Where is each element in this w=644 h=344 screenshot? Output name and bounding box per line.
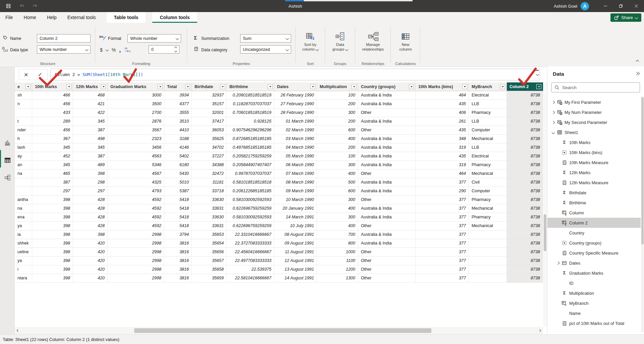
- table-cell[interactable]: LLB: [469, 100, 507, 109]
- table-cell[interactable]: 2700: [108, 109, 164, 117]
- column-filter-dropdown-icon[interactable]: [66, 84, 71, 89]
- table-cell[interactable]: 3500: [108, 100, 164, 109]
- table-cell[interactable]: 1300: [317, 274, 358, 283]
- table-cell[interactable]: 398: [32, 222, 73, 230]
- column-header-multiplication[interactable]: Multiplication: [317, 82, 358, 91]
- column-header-e[interactable]: e: [15, 82, 32, 91]
- table-cell[interactable]: 22.3727083333333: [227, 239, 274, 248]
- column-header-12th-marks[interactable]: 12th Marks: [73, 82, 108, 91]
- chevron-right-icon[interactable]: [555, 262, 561, 264]
- table-cell[interactable]: 300: [317, 109, 358, 117]
- table-cell[interactable]: 01 March 1990: [274, 117, 317, 126]
- manage-relationships-button[interactable]: Manage relationships: [355, 31, 391, 52]
- table-cell[interactable]: 22.3310416666667: [227, 230, 274, 239]
- chevron-down-icon[interactable]: [550, 131, 556, 134]
- table-cell[interactable]: 297: [32, 187, 73, 196]
- table-cell[interactable]: 8738: [507, 196, 543, 204]
- data-pane-item-birthdate[interactable]: ΣBirthdate: [547, 188, 641, 198]
- table-cell[interactable]: 348: [416, 135, 469, 143]
- table-cell[interactable]: 4592: [108, 196, 164, 204]
- tab-file[interactable]: File: [0, 12, 18, 23]
- table-cell[interactable]: 8738: [507, 117, 543, 126]
- table-cell[interactable]: Pharmacy: [469, 109, 507, 117]
- data-pane-item-10th-marks[interactable]: Σ10th Marks: [547, 137, 641, 147]
- table-cell[interactable]: 11 August 1991: [274, 248, 317, 257]
- table-cell[interactable]: 452: [32, 152, 73, 161]
- table-cell[interactable]: 300: [317, 213, 358, 222]
- table-cell[interactable]: 420: [73, 239, 108, 248]
- table-cell[interactable]: 377: [416, 274, 469, 283]
- chevron-right-icon[interactable]: [550, 101, 556, 104]
- new-column-button[interactable]: New column: [391, 31, 420, 52]
- table-cell[interactable]: 10 March 1990: [274, 196, 317, 204]
- table-cell[interactable]: 0.622696759259259: [227, 222, 274, 230]
- table-cell[interactable]: 8738: [507, 91, 543, 100]
- table-cell[interactable]: 8738: [507, 109, 543, 117]
- data-pane-item-mybranch[interactable]: fxMyBranch: [547, 298, 641, 308]
- table-cell[interactable]: 33718: [192, 187, 227, 196]
- data-pane-item-10th-marks-bins[interactable]: 10th Marks (bins): [547, 147, 641, 157]
- column-filter-dropdown-icon[interactable]: [500, 84, 505, 89]
- table-cell[interactable]: 456: [32, 100, 73, 109]
- table-cell[interactable]: lash: [15, 143, 32, 152]
- table-cell[interactable]: Australia & India: [358, 135, 416, 143]
- table-cell[interactable]: 345: [73, 117, 108, 126]
- table-cell[interactable]: 0.622696759259259: [227, 204, 274, 213]
- column-header-birthtime[interactable]: Birthtime: [227, 82, 274, 91]
- tab-table-tools[interactable]: Table tools: [107, 12, 146, 23]
- table-cell[interactable]: 0.907546296296296: [227, 126, 274, 135]
- table-cell[interactable]: 2998: [108, 239, 164, 248]
- table-cell[interactable]: 600: [317, 187, 358, 196]
- table-cell[interactable]: 464: [416, 91, 469, 100]
- table-cell[interactable]: 2998: [108, 230, 164, 239]
- table-cell[interactable]: 400: [317, 169, 358, 178]
- table-cell[interactable]: 297: [73, 187, 108, 196]
- chevron-right-icon[interactable]: [550, 111, 556, 114]
- column-filter-dropdown-icon[interactable]: [409, 84, 414, 89]
- column-filter-dropdown-icon[interactable]: [185, 84, 190, 89]
- table-cell[interactable]: 377: [416, 178, 469, 187]
- table-cell[interactable]: 5402: [164, 152, 192, 161]
- table-cell[interactable]: 398: [32, 239, 73, 248]
- table-cell[interactable]: 4567: [108, 169, 164, 178]
- tab-home[interactable]: Home: [18, 12, 42, 23]
- minimize-button[interactable]: [598, 0, 613, 12]
- table-cell[interactable]: 8738: [507, 152, 543, 161]
- table-cell[interactable]: 345: [32, 161, 73, 169]
- table-cell[interactable]: 466: [32, 91, 73, 100]
- data-pane-item-my-num-parameter[interactable]: My Num Parameter: [547, 107, 641, 117]
- table-cell[interactable]: 8738: [507, 126, 543, 135]
- table-cell[interactable]: 398: [32, 248, 73, 257]
- table-cell[interactable]: Australia & India: [358, 100, 416, 109]
- table-cell[interactable]: 0.497685185185185: [227, 143, 274, 152]
- table-cell[interactable]: 400: [317, 135, 358, 143]
- table-cell[interactable]: 33631: [192, 222, 227, 230]
- data-pane-item-graduation-marks[interactable]: ΣGraduation Marks: [547, 268, 641, 278]
- table-cell[interactable]: Australia & India: [358, 213, 416, 222]
- table-cell[interactable]: Other: [358, 248, 416, 257]
- table-cell[interactable]: 14 August 1991: [274, 274, 317, 283]
- collapse-pane-button[interactable]: [635, 72, 639, 75]
- percent-format-button[interactable]: %: [112, 47, 116, 53]
- table-cell[interactable]: 37227: [192, 152, 227, 161]
- data-pane-item-12th-marks[interactable]: Σ12th Marks: [547, 167, 641, 178]
- stepper-up-icon[interactable]: [174, 47, 177, 49]
- table-cell[interactable]: 36053: [192, 126, 227, 135]
- data-pane-item-column-2[interactable]: ΣColumn 2: [547, 218, 641, 228]
- table-cell[interactable]: 261: [416, 117, 469, 126]
- column-filter-dropdown-icon[interactable]: [25, 84, 31, 89]
- table-cell[interactable]: 4592: [108, 204, 164, 213]
- table-cell[interactable]: 2323: [108, 135, 164, 143]
- table-cell[interactable]: 0.872685185185185: [227, 135, 274, 143]
- table-cell[interactable]: 3816: [164, 265, 192, 274]
- avatar[interactable]: A: [581, 2, 589, 10]
- table-cell[interactable]: 32472: [192, 169, 227, 178]
- table-cell[interactable]: 09 March 1990: [274, 187, 317, 196]
- table-cell[interactable]: 8738: [507, 230, 543, 239]
- table-cell[interactable]: 8738: [507, 265, 543, 274]
- table-cell[interactable]: 345: [73, 143, 108, 152]
- table-cell[interactable]: 35157: [192, 100, 227, 109]
- table-cell[interactable]: Other: [358, 222, 416, 230]
- table-cell[interactable]: 3816: [164, 239, 192, 248]
- table-cell[interactable]: 3510: [164, 117, 192, 126]
